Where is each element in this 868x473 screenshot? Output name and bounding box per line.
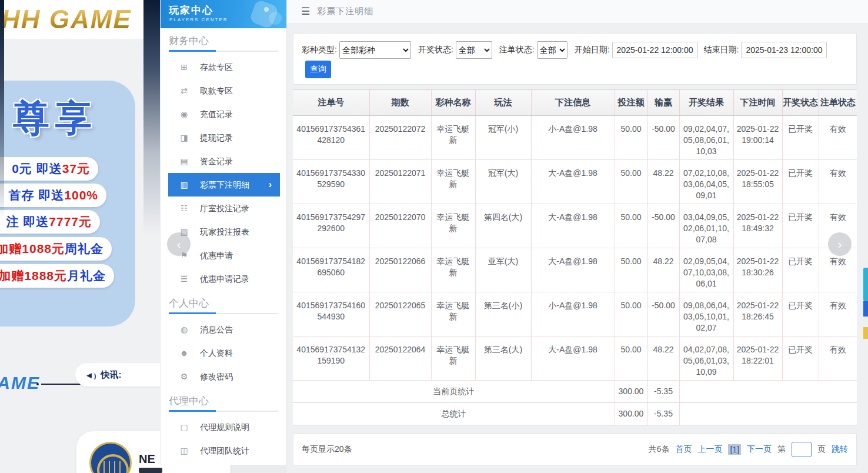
chevron-right-icon: ›: [269, 173, 272, 196]
sidebar-item-agent-team-stats[interactable]: ◫代理团队统计: [161, 439, 286, 462]
cell-bet-time: 2025-01-22 18:49:32: [733, 204, 782, 248]
cell-bet-time: 2025-01-22 18:30:26: [733, 248, 782, 292]
sidebar-item-label: 提现记录: [200, 126, 233, 149]
draw-status-select[interactable]: 全部: [456, 41, 492, 59]
sidebar-item-profile[interactable]: ☻个人资料: [161, 341, 286, 365]
current-page: [1]: [728, 444, 741, 455]
table-row: 40156917375436142812020250122072幸运飞艇新冠军(…: [293, 116, 857, 160]
draw-status-label: 开奖状态:: [418, 45, 453, 55]
lottery-type-select[interactable]: 全部彩种: [339, 41, 411, 59]
vip-promo-panel: 尊享 0元 即送37元 首存 即送100% 注 即送7777元 加赠1088元周…: [0, 81, 135, 327]
bets-table-card: 注单号 期数 彩种名称 玩法 下注信息 投注额 输赢 开奖结果 下注时间 开奖状…: [293, 89, 857, 425]
cell-bet-info: 大-A盘@1.98: [531, 204, 615, 248]
sidebar-item-funds-record[interactable]: ▤资金记录: [161, 149, 286, 173]
sidebar-item-recharge-record[interactable]: ◉充值记录: [161, 102, 286, 126]
cell-lottery: 幸运飞艇新: [431, 248, 475, 292]
withdraw-icon: ⇄: [179, 79, 189, 102]
promo-text: 0元 即送: [12, 161, 62, 177]
cell-result: 02,09,05,04,07,10,03,08,06,01: [679, 248, 733, 292]
widget-blue-tab[interactable]: [863, 301, 868, 317]
promo-pill: 加赠1088元周礼金: [0, 237, 112, 261]
main-content: ☰ 彩票下注明细 彩种类型: 全部彩种 开奖状态: 全部 注单状态: 全部 开始…: [287, 0, 868, 473]
promo-text: 注 即送: [6, 214, 49, 230]
cell-lottery: 幸运飞艇新: [431, 292, 475, 337]
end-date-input[interactable]: [741, 42, 827, 58]
cell-bet-info: 小-A盘@1.98: [531, 116, 615, 160]
sidebar-item-label: 消息公告: [200, 318, 233, 341]
start-date-label: 开始日期:: [575, 45, 610, 55]
cell-bet-time: 2025-01-22 19:00:14: [733, 116, 782, 160]
col-header: 注单号: [293, 90, 369, 116]
cell-bet-info: 大-A盘@1.98: [531, 248, 615, 292]
topbar: ☰ 彩票下注明细: [287, 0, 868, 24]
first-page-link[interactable]: 首页: [675, 444, 692, 455]
per-page-label: 每页显示20条: [302, 444, 352, 455]
cell-bet-id: 401569173754297292600: [293, 204, 369, 248]
promo-amount: 7777元: [49, 214, 92, 230]
pagination-bar: 每页显示20条 共6条 首页 上一页 [1] 下一页 第 页 跳转: [293, 434, 857, 465]
cell-play: 第四名(大): [475, 204, 531, 248]
summary-bet-total: 300.00: [615, 381, 647, 403]
search-button[interactable]: 查询: [305, 61, 331, 78]
prev-page-link[interactable]: 上一页: [697, 444, 722, 455]
sidebar-item-label: 彩票下注明细: [200, 173, 249, 196]
cell-period: 20250122070: [369, 204, 431, 248]
cell-winloss: 48.22: [647, 337, 679, 381]
sidebar-item-withdraw[interactable]: ⇄取款专区: [161, 79, 286, 102]
col-header: 下注时间: [733, 90, 782, 116]
cell-order-status: 有效: [819, 292, 857, 337]
section-title: 财务中心: [169, 35, 278, 47]
team-sub-text: [139, 468, 162, 473]
col-header: 下注信息: [531, 90, 615, 116]
stats-icon: ◫: [179, 439, 189, 462]
widget-yellow-tab[interactable]: [863, 327, 868, 339]
total-count: 共6条: [649, 444, 670, 455]
next-page-link[interactable]: 下一页: [747, 444, 772, 455]
promo-record-icon: ☰: [179, 267, 189, 291]
table-row: 40156917375418269506020250122066幸运飞艇新亚军(…: [293, 248, 857, 292]
cell-bet-id: 401569173754182695060: [293, 248, 369, 292]
cell-period: 20250122071: [369, 160, 431, 204]
jump-label-pre: 第: [777, 444, 786, 455]
start-date-input[interactable]: [612, 42, 698, 58]
next-slide-button[interactable]: ›: [828, 232, 852, 256]
cell-bet-amount: 50.00: [615, 160, 647, 204]
summary-winloss-total: -5.35: [647, 381, 679, 403]
table-header-row: 注单号 期数 彩种名称 玩法 下注信息 投注额 输赢 开奖结果 下注时间 开奖状…: [293, 90, 857, 116]
cell-bet-amount: 50.00: [615, 248, 647, 292]
ticker-label: 快讯:: [101, 369, 122, 381]
sidebar-header: 玩家中心 PLAYERS CENTER: [161, 0, 286, 28]
sidebar-item-notices[interactable]: ◍消息公告: [161, 318, 286, 341]
sidebar-item-label: 优惠申请: [200, 244, 233, 267]
promo-pill: 0元 即送37元: [0, 157, 98, 181]
document-icon: ▢: [179, 415, 189, 439]
col-header: 开奖结果: [679, 90, 733, 116]
cell-period: 20250122065: [369, 292, 431, 337]
jump-button[interactable]: 跳转: [832, 444, 848, 455]
section-underline: [169, 313, 278, 314]
cell-bet-time: 2025-01-22 18:22:01: [733, 337, 782, 381]
sidebar-item-change-password[interactable]: ⚙修改密码: [161, 365, 286, 388]
cell-bet-info: 大-A盘@1.98: [531, 160, 615, 204]
widget-cyan-tab[interactable]: [863, 268, 868, 301]
cell-lottery: 幸运飞艇新: [431, 337, 475, 381]
order-status-select[interactable]: 全部: [537, 41, 567, 59]
floating-widget[interactable]: [863, 268, 868, 339]
summary-bet-total: 300.00: [615, 403, 647, 425]
cell-lottery: 幸运飞艇新: [431, 204, 475, 248]
sidebar-item-hall-bet-record[interactable]: ☷厅室投注记录: [161, 196, 286, 220]
sidebar-item-deposit[interactable]: ⊞存款专区: [161, 55, 286, 79]
table-row: 40156917375429729260020250122070幸运飞艇新第四名…: [293, 204, 857, 248]
sidebar-item-agent-rules[interactable]: ▢代理规则说明: [161, 415, 286, 439]
sidebar-item-promo-record[interactable]: ☰优惠申请记录: [161, 267, 286, 291]
cell-period: 20250122072: [369, 116, 431, 160]
cell-play: 亚军(大): [475, 248, 531, 292]
funds-icon: ▤: [179, 149, 189, 173]
sidebar-item-withdraw-record[interactable]: ◨提现记录: [161, 126, 286, 149]
sidebar-item-lottery-bet-detail[interactable]: ▥彩票下注明细›: [168, 173, 280, 196]
filter-panel: 彩种类型: 全部彩种 开奖状态: 全部 注单状态: 全部 开始日期: 结束日期:…: [293, 33, 857, 85]
team-logo-icon: [89, 442, 132, 473]
collapse-sidebar-button[interactable]: ‹: [167, 232, 191, 256]
page-jump-input[interactable]: [792, 442, 812, 457]
hamburger-icon[interactable]: ☰: [301, 5, 310, 18]
